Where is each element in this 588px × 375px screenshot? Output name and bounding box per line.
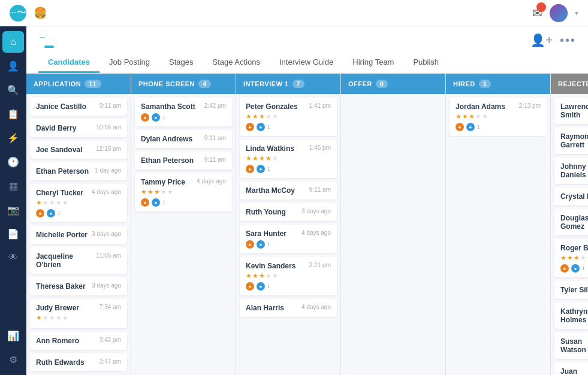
candidate-name: Juan Reynolds	[560, 367, 588, 375]
candidate-time: 3:42 pm	[99, 337, 121, 343]
star-rating: ★★★★★	[246, 113, 331, 120]
candidate-card[interactable]: Sara Hunter 4 days ago ●●1	[240, 225, 337, 253]
candidate-card[interactable]: Tammy Price 4 days ago ★★★★★ ●●1	[135, 173, 232, 211]
job-title-row	[38, 46, 54, 48]
candidate-name: Douglas Gomez	[560, 214, 588, 231]
count-label: 1	[267, 124, 270, 130]
candidate-card[interactable]: Johnny Daniels 1 day ago	[554, 158, 588, 184]
candidate-card[interactable]: Kevin Sanders 2:21 pm ★★★★★ ●●1	[240, 257, 337, 295]
candidate-card[interactable]: Samantha Scott 2:42 pm ●●1	[135, 98, 232, 126]
candidate-card[interactable]: Joe Sandoval 12:15 pm	[30, 141, 127, 159]
sidebar-item-grid[interactable]: ▦	[2, 175, 24, 196]
tag-icon: ●	[36, 209, 44, 217]
mail-badge-count	[536, 2, 546, 12]
user-avatar[interactable]	[550, 4, 568, 22]
star-icon: ★	[259, 155, 265, 162]
candidate-card[interactable]: David Berry 10:56 am	[30, 119, 127, 137]
column-offer: OFFER 0	[341, 74, 446, 375]
candidate-card[interactable]: Tyler Silva 1 day ago	[554, 281, 588, 299]
column-title: OFFER	[348, 80, 372, 87]
star-icon: ★	[574, 254, 580, 262]
candidate-card[interactable]: Alan Harris 4 days ago	[240, 299, 337, 317]
sidebar-item-time[interactable]: 🕐	[2, 151, 24, 173]
candidate-name: Johnny Daniels	[560, 162, 588, 179]
candidate-card[interactable]: Cheryl Tucker 4 days ago ★★★★★ ●●1	[30, 184, 127, 222]
candidate-card[interactable]: Michelle Porter 3 days ago	[30, 226, 127, 244]
sidebar-item-activity[interactable]: ⚡	[2, 127, 24, 149]
tab-publish[interactable]: Publish	[403, 53, 448, 73]
column-body: Peter Gonzales 1:41 pm ★★★★★ ●●1 Linda W…	[236, 94, 340, 375]
candidate-card[interactable]: Judy Brewer 7:34 am ★★★★★	[30, 299, 127, 328]
column-body	[341, 94, 445, 375]
candidate-card[interactable]: Peter Gonzales 1:41 pm ★★★★★ ●●1	[240, 98, 337, 136]
sidebar-item-home[interactable]: ⌂	[2, 31, 24, 53]
tag-icon: ●	[257, 165, 265, 173]
sidebar-item-search[interactable]: 🔍	[2, 79, 24, 101]
sidebar-item-vision[interactable]: 👁	[2, 247, 24, 268]
star-icon: ★	[252, 113, 258, 120]
sidebar-item-settings[interactable]: ⚙	[2, 349, 24, 370]
status-badge	[44, 46, 54, 48]
candidate-card[interactable]: Juan Reynolds 3 days ago	[554, 362, 588, 375]
candidate-name: Janice Castillo	[36, 102, 86, 111]
kanban-board: APPLICATION 11 Janice Castillo 9:11 am D…	[26, 74, 588, 375]
candidate-card[interactable]: Roger Burke 5 days ago ★★★★★ ●●1	[554, 239, 588, 277]
candidate-card[interactable]: Dylan Andrews 9:11 am	[135, 130, 232, 148]
candidate-card[interactable]: Jordan Adams 2:13 pm ★★★★★ ●●1	[450, 98, 547, 136]
sidebar-item-people[interactable]: 👤	[2, 55, 24, 77]
tag-icon: ●	[257, 123, 265, 131]
more-options-icon[interactable]: •••	[560, 34, 576, 47]
candidate-name: Ethan Peterson	[141, 156, 194, 165]
candidate-card[interactable]: Susan Watson 3 days ago	[554, 332, 588, 359]
column-application: APPLICATION 11 Janice Castillo 9:11 am D…	[26, 74, 131, 375]
column-title: REJECTED	[558, 80, 588, 87]
candidate-time: 2:42 pm	[204, 102, 226, 109]
tab-job-posting[interactable]: Job Posting	[99, 53, 159, 73]
candidate-card[interactable]: Raymond Garrett 1 day ago	[554, 128, 588, 154]
tab-stage-actions[interactable]: Stage Actions	[203, 53, 270, 73]
column-body: Janice Castillo 9:11 am David Berry 10:5…	[26, 94, 131, 375]
card-icons: ●●1	[141, 198, 226, 207]
tab-hiring-team[interactable]: Hiring Team	[343, 53, 403, 73]
app-logo[interactable]: 〜	[10, 5, 26, 22]
mail-button[interactable]: ✉	[532, 6, 542, 20]
candidate-card[interactable]: Lawrence Smith 1 day ago	[554, 98, 588, 124]
candidate-time: 10:56 am	[96, 124, 121, 131]
candidate-card[interactable]: Linda Watkins 1:45 pm ★★★★★ ●●1	[240, 140, 337, 178]
back-link[interactable]: ←	[38, 32, 54, 42]
count-label: 1	[162, 199, 165, 205]
tab-candidates[interactable]: Candidates	[38, 53, 99, 73]
column-header: INTERVIEW 1 7	[236, 74, 340, 94]
candidate-card[interactable]: Ann Romero 3:42 pm	[30, 332, 127, 350]
sidebar-item-reports[interactable]: 📄	[2, 223, 24, 244]
star-rating: ★★★★★	[456, 113, 541, 120]
star-icon: ★	[252, 272, 258, 280]
card-icons: ●●1	[141, 113, 226, 122]
candidate-card[interactable]: Martha McCoy 9:11 am	[240, 182, 337, 199]
sidebar-item-analytics[interactable]: 📊	[2, 325, 24, 346]
tab-stages[interactable]: Stages	[159, 53, 203, 73]
candidate-card[interactable]: Jacqueline O'brien 11:05 am	[30, 247, 127, 274]
candidate-card[interactable]: Kathryn Holmes 1 day ago	[554, 303, 588, 329]
tag-icon: ●	[246, 123, 254, 131]
candidate-card[interactable]: Theresa Baker 3 days ago	[30, 277, 127, 295]
candidate-card[interactable]: Ethan Peterson 1 day ago	[30, 162, 127, 180]
count-label: 1	[267, 283, 270, 289]
candidate-card[interactable]: Crystal Myers 1 day ago	[554, 187, 588, 205]
candidate-time: 9:11 am	[204, 156, 226, 163]
tab-interview-guide[interactable]: Interview Guide	[270, 53, 343, 73]
star-icon: ★	[167, 188, 173, 196]
candidate-name: Susan Watson	[560, 337, 588, 354]
candidate-card[interactable]: Ruth Edwards 3:47 pm	[30, 353, 127, 371]
star-icon: ★	[259, 272, 265, 280]
count-label: 1	[477, 124, 480, 130]
sidebar-item-jobs[interactable]: 📋	[2, 103, 24, 125]
candidate-card[interactable]: Janice Castillo 9:11 am	[30, 98, 127, 116]
column-count: 1	[479, 80, 491, 88]
candidate-card[interactable]: Ethan Peterson 9:11 am	[135, 152, 232, 170]
candidate-card[interactable]: Ruth Young 3 days ago	[240, 203, 337, 221]
sidebar-item-camera[interactable]: 📷	[2, 199, 24, 220]
add-candidate-icon[interactable]: 👤+	[530, 33, 553, 47]
avatar-chevron[interactable]: ▾	[575, 9, 578, 17]
candidate-card[interactable]: Douglas Gomez 3 days ago	[554, 209, 588, 235]
